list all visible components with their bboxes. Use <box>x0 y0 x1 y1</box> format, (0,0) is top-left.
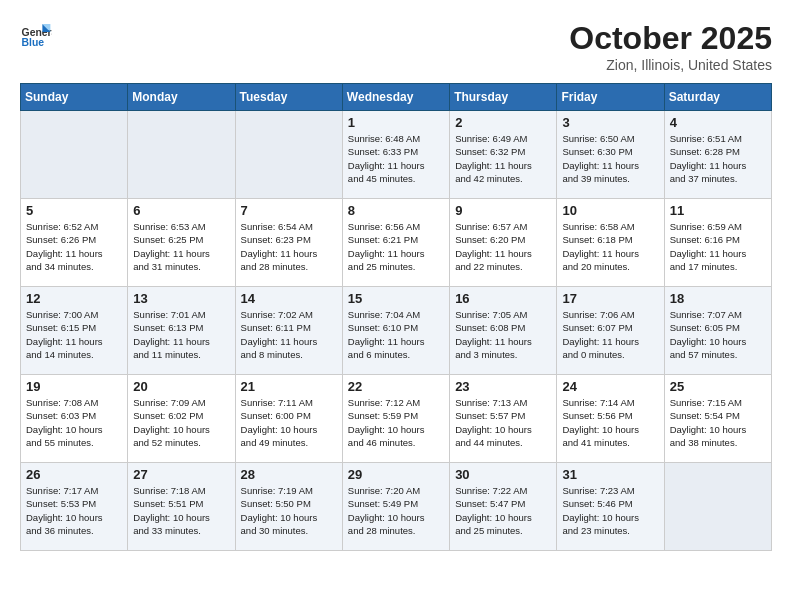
calendar-cell: 27Sunrise: 7:18 AM Sunset: 5:51 PM Dayli… <box>128 463 235 551</box>
calendar-cell: 24Sunrise: 7:14 AM Sunset: 5:56 PM Dayli… <box>557 375 664 463</box>
day-number: 6 <box>133 203 229 218</box>
day-number: 1 <box>348 115 444 130</box>
calendar-cell: 17Sunrise: 7:06 AM Sunset: 6:07 PM Dayli… <box>557 287 664 375</box>
day-info: Sunrise: 7:17 AM Sunset: 5:53 PM Dayligh… <box>26 484 122 537</box>
day-info: Sunrise: 7:12 AM Sunset: 5:59 PM Dayligh… <box>348 396 444 449</box>
day-info: Sunrise: 7:15 AM Sunset: 5:54 PM Dayligh… <box>670 396 766 449</box>
day-number: 3 <box>562 115 658 130</box>
day-number: 11 <box>670 203 766 218</box>
logo-icon: General Blue <box>20 20 52 52</box>
calendar-cell: 31Sunrise: 7:23 AM Sunset: 5:46 PM Dayli… <box>557 463 664 551</box>
day-number: 10 <box>562 203 658 218</box>
day-number: 27 <box>133 467 229 482</box>
day-number: 14 <box>241 291 337 306</box>
day-number: 17 <box>562 291 658 306</box>
location: Zion, Illinois, United States <box>569 57 772 73</box>
calendar-cell <box>235 111 342 199</box>
calendar-cell: 7Sunrise: 6:54 AM Sunset: 6:23 PM Daylig… <box>235 199 342 287</box>
day-info: Sunrise: 7:07 AM Sunset: 6:05 PM Dayligh… <box>670 308 766 361</box>
calendar-cell: 10Sunrise: 6:58 AM Sunset: 6:18 PM Dayli… <box>557 199 664 287</box>
day-info: Sunrise: 7:18 AM Sunset: 5:51 PM Dayligh… <box>133 484 229 537</box>
calendar-cell: 11Sunrise: 6:59 AM Sunset: 6:16 PM Dayli… <box>664 199 771 287</box>
calendar-cell: 3Sunrise: 6:50 AM Sunset: 6:30 PM Daylig… <box>557 111 664 199</box>
day-number: 18 <box>670 291 766 306</box>
logo: General Blue <box>20 20 52 52</box>
day-info: Sunrise: 6:54 AM Sunset: 6:23 PM Dayligh… <box>241 220 337 273</box>
calendar-cell: 21Sunrise: 7:11 AM Sunset: 6:00 PM Dayli… <box>235 375 342 463</box>
day-info: Sunrise: 6:59 AM Sunset: 6:16 PM Dayligh… <box>670 220 766 273</box>
day-number: 26 <box>26 467 122 482</box>
calendar-cell: 5Sunrise: 6:52 AM Sunset: 6:26 PM Daylig… <box>21 199 128 287</box>
calendar-cell: 9Sunrise: 6:57 AM Sunset: 6:20 PM Daylig… <box>450 199 557 287</box>
day-number: 2 <box>455 115 551 130</box>
title-area: October 2025 Zion, Illinois, United Stat… <box>569 20 772 73</box>
day-info: Sunrise: 6:52 AM Sunset: 6:26 PM Dayligh… <box>26 220 122 273</box>
calendar-cell: 1Sunrise: 6:48 AM Sunset: 6:33 PM Daylig… <box>342 111 449 199</box>
day-number: 29 <box>348 467 444 482</box>
day-info: Sunrise: 7:13 AM Sunset: 5:57 PM Dayligh… <box>455 396 551 449</box>
day-info: Sunrise: 6:50 AM Sunset: 6:30 PM Dayligh… <box>562 132 658 185</box>
day-info: Sunrise: 7:09 AM Sunset: 6:02 PM Dayligh… <box>133 396 229 449</box>
calendar-week-row: 26Sunrise: 7:17 AM Sunset: 5:53 PM Dayli… <box>21 463 772 551</box>
day-info: Sunrise: 7:04 AM Sunset: 6:10 PM Dayligh… <box>348 308 444 361</box>
header-area: General Blue October 2025 Zion, Illinois… <box>20 20 772 73</box>
day-info: Sunrise: 7:19 AM Sunset: 5:50 PM Dayligh… <box>241 484 337 537</box>
calendar-cell: 18Sunrise: 7:07 AM Sunset: 6:05 PM Dayli… <box>664 287 771 375</box>
day-number: 7 <box>241 203 337 218</box>
weekday-header-sunday: Sunday <box>21 84 128 111</box>
day-info: Sunrise: 6:48 AM Sunset: 6:33 PM Dayligh… <box>348 132 444 185</box>
svg-text:Blue: Blue <box>22 37 45 48</box>
calendar-cell: 2Sunrise: 6:49 AM Sunset: 6:32 PM Daylig… <box>450 111 557 199</box>
calendar-cell: 6Sunrise: 6:53 AM Sunset: 6:25 PM Daylig… <box>128 199 235 287</box>
day-number: 22 <box>348 379 444 394</box>
day-number: 4 <box>670 115 766 130</box>
calendar-cell: 8Sunrise: 6:56 AM Sunset: 6:21 PM Daylig… <box>342 199 449 287</box>
calendar-cell <box>128 111 235 199</box>
day-info: Sunrise: 7:23 AM Sunset: 5:46 PM Dayligh… <box>562 484 658 537</box>
calendar-table: SundayMondayTuesdayWednesdayThursdayFrid… <box>20 83 772 551</box>
day-info: Sunrise: 7:02 AM Sunset: 6:11 PM Dayligh… <box>241 308 337 361</box>
weekday-header-wednesday: Wednesday <box>342 84 449 111</box>
calendar-cell: 16Sunrise: 7:05 AM Sunset: 6:08 PM Dayli… <box>450 287 557 375</box>
day-info: Sunrise: 7:00 AM Sunset: 6:15 PM Dayligh… <box>26 308 122 361</box>
day-number: 9 <box>455 203 551 218</box>
day-info: Sunrise: 7:06 AM Sunset: 6:07 PM Dayligh… <box>562 308 658 361</box>
day-info: Sunrise: 6:49 AM Sunset: 6:32 PM Dayligh… <box>455 132 551 185</box>
day-info: Sunrise: 7:05 AM Sunset: 6:08 PM Dayligh… <box>455 308 551 361</box>
day-info: Sunrise: 7:14 AM Sunset: 5:56 PM Dayligh… <box>562 396 658 449</box>
calendar-cell: 30Sunrise: 7:22 AM Sunset: 5:47 PM Dayli… <box>450 463 557 551</box>
calendar-cell: 20Sunrise: 7:09 AM Sunset: 6:02 PM Dayli… <box>128 375 235 463</box>
calendar-cell: 29Sunrise: 7:20 AM Sunset: 5:49 PM Dayli… <box>342 463 449 551</box>
day-number: 16 <box>455 291 551 306</box>
weekday-header-friday: Friday <box>557 84 664 111</box>
month-title: October 2025 <box>569 20 772 57</box>
day-number: 5 <box>26 203 122 218</box>
day-number: 25 <box>670 379 766 394</box>
weekday-header-monday: Monday <box>128 84 235 111</box>
day-number: 8 <box>348 203 444 218</box>
calendar-cell: 22Sunrise: 7:12 AM Sunset: 5:59 PM Dayli… <box>342 375 449 463</box>
calendar-cell <box>664 463 771 551</box>
day-info: Sunrise: 7:08 AM Sunset: 6:03 PM Dayligh… <box>26 396 122 449</box>
day-number: 31 <box>562 467 658 482</box>
weekday-header-tuesday: Tuesday <box>235 84 342 111</box>
day-number: 13 <box>133 291 229 306</box>
calendar-cell: 13Sunrise: 7:01 AM Sunset: 6:13 PM Dayli… <box>128 287 235 375</box>
day-info: Sunrise: 7:20 AM Sunset: 5:49 PM Dayligh… <box>348 484 444 537</box>
day-number: 28 <box>241 467 337 482</box>
day-number: 20 <box>133 379 229 394</box>
day-info: Sunrise: 6:53 AM Sunset: 6:25 PM Dayligh… <box>133 220 229 273</box>
day-number: 30 <box>455 467 551 482</box>
day-number: 24 <box>562 379 658 394</box>
day-info: Sunrise: 7:22 AM Sunset: 5:47 PM Dayligh… <box>455 484 551 537</box>
calendar-cell: 19Sunrise: 7:08 AM Sunset: 6:03 PM Dayli… <box>21 375 128 463</box>
day-info: Sunrise: 6:56 AM Sunset: 6:21 PM Dayligh… <box>348 220 444 273</box>
calendar-week-row: 1Sunrise: 6:48 AM Sunset: 6:33 PM Daylig… <box>21 111 772 199</box>
calendar-week-row: 5Sunrise: 6:52 AM Sunset: 6:26 PM Daylig… <box>21 199 772 287</box>
weekday-header-saturday: Saturday <box>664 84 771 111</box>
calendar-cell: 15Sunrise: 7:04 AM Sunset: 6:10 PM Dayli… <box>342 287 449 375</box>
calendar-cell: 28Sunrise: 7:19 AM Sunset: 5:50 PM Dayli… <box>235 463 342 551</box>
day-number: 19 <box>26 379 122 394</box>
day-number: 23 <box>455 379 551 394</box>
weekday-header-thursday: Thursday <box>450 84 557 111</box>
